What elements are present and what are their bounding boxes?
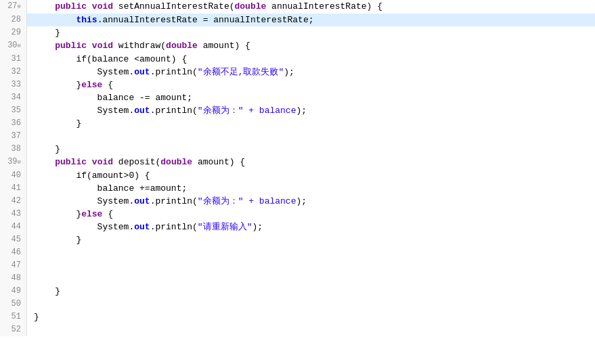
line-number: 45: [0, 233, 27, 246]
line-number: 52: [0, 323, 27, 336]
line-number: 30⊖: [0, 39, 27, 53]
line-content: public void setAnnualInterestRate(double…: [27, 0, 595, 14]
line-content: this.annualInterestRate = annualInterest…: [27, 14, 595, 26]
line-number: 49: [0, 285, 27, 298]
line-number: 51: [0, 311, 27, 323]
line-content: System.out.println("余额为：" + balance);: [27, 104, 595, 117]
line-content: balance +=amount;: [27, 182, 595, 195]
line-row: 28 this.annualInterestRate = annualInter…: [0, 14, 595, 26]
line-content: [27, 259, 595, 272]
line-row: 36 }: [0, 117, 595, 130]
line-number: 44: [0, 221, 27, 233]
line-number: 31: [0, 53, 27, 66]
line-content: [27, 272, 595, 285]
line-number: 32: [0, 66, 27, 78]
line-content: balance -= amount;: [27, 91, 595, 104]
line-number: 40: [0, 169, 27, 182]
line-number: 38: [0, 143, 27, 156]
line-row: 45 }: [0, 233, 595, 246]
line-content: System.out.println("余额为：" + balance);: [27, 195, 595, 208]
line-content: public void withdraw(double amount) {: [27, 39, 595, 53]
line-row: 48: [0, 272, 595, 285]
line-content: System.out.println("请重新输入");: [27, 221, 595, 233]
line-row: 39⊖ public void deposit(double amount) {: [0, 156, 595, 169]
line-number: 39⊖: [0, 156, 27, 169]
line-row: 29 }: [0, 26, 595, 39]
line-number: 50: [0, 298, 27, 311]
line-row: 50: [0, 298, 595, 311]
line-row: 49 }: [0, 285, 595, 298]
line-content: }else {: [27, 78, 595, 91]
line-row: 32 System.out.println("余额不足,取款失败");: [0, 66, 595, 78]
line-content: }: [27, 285, 595, 298]
line-number: 27⊖: [0, 0, 27, 14]
line-content: }: [27, 311, 595, 323]
line-content: if(balance <amount) {: [27, 53, 595, 66]
line-row: 38 }: [0, 143, 595, 156]
line-number: 34: [0, 91, 27, 104]
line-number: 43: [0, 208, 27, 221]
line-row: 30⊖ public void withdraw(double amount) …: [0, 39, 595, 53]
line-number: 37: [0, 130, 27, 143]
line-row: 35 System.out.println("余额为：" + balance);: [0, 104, 595, 117]
line-row: 31 if(balance <amount) {: [0, 53, 595, 66]
line-row: 44 System.out.println("请重新输入");: [0, 221, 595, 233]
line-content: [27, 246, 595, 259]
code-editor: 27⊖ public void setAnnualInterestRate(do…: [0, 0, 595, 364]
line-number: 41: [0, 182, 27, 195]
line-content: System.out.println("余额不足,取款失败");: [27, 66, 595, 78]
line-content: }: [27, 233, 595, 246]
line-row: 43 }else {: [0, 208, 595, 221]
line-row: 42 System.out.println("余额为：" + balance);: [0, 195, 595, 208]
line-row: 34 balance -= amount;: [0, 91, 595, 104]
line-row: 46: [0, 246, 595, 259]
line-content: if(amount>0) {: [27, 169, 595, 182]
line-number: 47: [0, 259, 27, 272]
line-number: 42: [0, 195, 27, 208]
line-content: }else {: [27, 208, 595, 221]
line-number: 33: [0, 78, 27, 91]
line-content: [27, 298, 595, 311]
line-row: 52: [0, 323, 595, 336]
line-row: 51}: [0, 311, 595, 323]
line-number: 28: [0, 14, 27, 26]
line-row: 37: [0, 130, 595, 143]
line-content: }: [27, 143, 595, 156]
line-row: 33 }else {: [0, 78, 595, 91]
line-number: 36: [0, 117, 27, 130]
line-row: 27⊖ public void setAnnualInterestRate(do…: [0, 0, 595, 14]
line-content: [27, 323, 595, 336]
line-content: }: [27, 26, 595, 39]
line-content: }: [27, 117, 595, 130]
line-number: 46: [0, 246, 27, 259]
line-row: 47: [0, 259, 595, 272]
line-number: 35: [0, 104, 27, 117]
line-number: 29: [0, 26, 27, 39]
line-row: 41 balance +=amount;: [0, 182, 595, 195]
line-number: 48: [0, 272, 27, 285]
line-content: [27, 130, 595, 143]
line-content: public void deposit(double amount) {: [27, 156, 595, 169]
line-row: 40 if(amount>0) {: [0, 169, 595, 182]
